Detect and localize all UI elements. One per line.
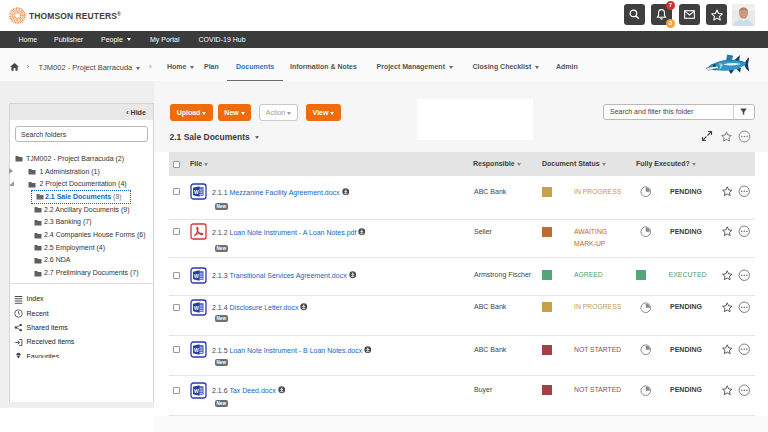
svg-text:W: W [194,272,199,278]
svg-text:W: W [194,387,199,393]
svg-text:W: W [194,189,199,195]
svg-text:W: W [194,347,199,353]
svg-text:W: W [194,304,199,310]
